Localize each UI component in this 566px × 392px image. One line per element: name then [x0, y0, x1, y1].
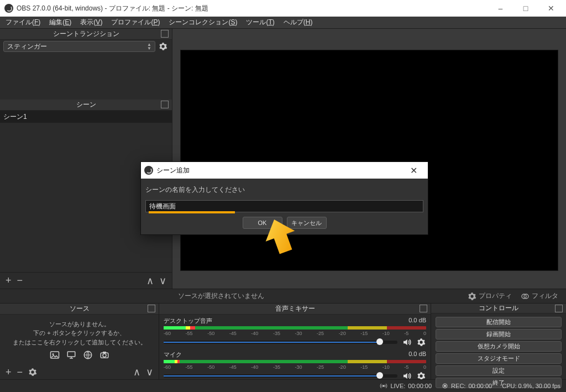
start-streaming-button[interactable]: 配信開始: [436, 317, 562, 327]
mixer-volume-slider[interactable]: [164, 374, 397, 378]
status-cpu: CPU: 0.9%, 30.00 fps: [502, 383, 560, 389]
studio-mode-button[interactable]: スタジオモード: [436, 353, 562, 364]
no-source-selected-label: ソースが選択されていません: [172, 291, 463, 301]
source-remove-button[interactable]: −: [17, 367, 23, 378]
sources-hint-icons: [49, 350, 111, 360]
mixer-channel: デスクトップ音声 0.0 dB -60-55-50-45-40-35-30-25…: [164, 317, 426, 347]
preview-area[interactable]: [172, 29, 566, 289]
menu-help[interactable]: ヘルプ(H): [279, 17, 317, 28]
dialog-body: シーンの名前を入力してください OK キャンセル: [141, 179, 428, 234]
scene-row-label: シーン1: [3, 112, 27, 122]
properties-label: プロパティ: [479, 291, 512, 301]
svg-point-9: [383, 385, 385, 387]
live-time: 00:00:00: [408, 383, 432, 389]
source-properties-button[interactable]: プロパティ: [463, 289, 516, 303]
gear-icon: [417, 372, 426, 379]
scenes-panel-header: シーン: [0, 100, 172, 111]
rec-time: 00:00:00: [468, 383, 492, 389]
sources-empty[interactable]: ソースがありません。 下の + ボタンをクリックするか、 またはここを右クリック…: [0, 315, 159, 365]
titlebar: OBS 27.0.0 (64-bit, windows) - プロファイル: 無…: [0, 0, 566, 17]
scenes-toolbar: + − ∧ ∨: [0, 272, 172, 289]
menu-tools[interactable]: ツール(T): [242, 17, 279, 28]
mixer-panel: 音声ミキサー デスクトップ音声 0.0 dB -60-55-50-45-40-3…: [159, 304, 431, 379]
status-live: LIVE: 00:00:00: [380, 382, 432, 390]
cancel-button[interactable]: キャンセル: [287, 217, 327, 229]
sources-panel: ソース ソースがありません。 下の + ボタンをクリックするか、 またはここを右…: [0, 304, 159, 379]
sources-empty-line1: ソースがありません。: [49, 320, 110, 329]
sources-bar: ソースが選択されていません プロパティ フィルタ: [0, 289, 566, 303]
source-settings-button[interactable]: [28, 368, 37, 377]
start-recording-button[interactable]: 録画開始: [436, 329, 562, 339]
scene-remove-button[interactable]: −: [17, 275, 23, 286]
sources-panel-header: ソース: [0, 304, 159, 315]
speaker-icon: [402, 337, 412, 347]
scene-move-down-button[interactable]: ∨: [159, 275, 166, 287]
svg-point-7: [103, 354, 106, 357]
mute-button[interactable]: [402, 371, 412, 379]
chevrons-updown-icon: ▲▼: [147, 43, 151, 50]
source-add-button[interactable]: +: [6, 367, 12, 378]
main-area: シーントランジション スティンガー ▲▼ シーン シーン1: [0, 29, 566, 289]
scene-add-button[interactable]: +: [6, 275, 12, 286]
scene-name-input-wrap: [145, 200, 423, 212]
menu-profile[interactable]: プロファイル(P): [107, 17, 164, 28]
ime-underline: [149, 211, 235, 213]
window-close[interactable]: ✕: [538, 0, 564, 17]
dialog-close-button[interactable]: ✕: [402, 165, 424, 176]
controls-body: 配信開始 録画開始 仮想カメラ開始 スタジオモード 設定 終了: [431, 313, 566, 391]
transition-spacer: [0, 53, 172, 100]
dialog-prompt: シーンの名前を入力してください: [145, 185, 423, 195]
globe-icon: [82, 350, 94, 360]
controls-panel: コントロール 配信開始 録画開始 仮想カメラ開始 スタジオモード 設定 終了: [431, 304, 566, 379]
source-move-up-button[interactable]: ∧: [133, 366, 140, 378]
channel-settings-button[interactable]: [416, 371, 426, 379]
settings-button[interactable]: 設定: [436, 365, 562, 376]
meter-ticks: -60-55-50-45-40-35-30-25-20-15-10-50: [164, 331, 426, 336]
transition-select[interactable]: スティンガー ▲▼: [3, 41, 155, 52]
scene-move-up-button[interactable]: ∧: [146, 275, 154, 287]
mixer-volume-slider[interactable]: [164, 341, 397, 344]
window-maximize[interactable]: □: [513, 0, 538, 17]
menu-file[interactable]: ファイル(F): [1, 17, 45, 28]
svg-rect-8: [103, 352, 106, 353]
menubar: ファイル(F) 編集(E) 表示(V) プロファイル(P) シーンコレクション(…: [0, 17, 566, 29]
filter-icon: [521, 292, 530, 301]
scenes-title: シーン: [76, 100, 96, 109]
menu-scene-collection[interactable]: シーンコレクション(S): [164, 17, 242, 28]
camera-icon: [98, 350, 111, 360]
transitions-panel-header: シーントランジション: [0, 29, 172, 40]
svg-rect-4: [67, 352, 75, 357]
scene-row[interactable]: シーン1: [0, 111, 172, 123]
sources-empty-line2: 下の + ボタンをクリックするか、: [33, 328, 125, 338]
dialog-button-row: OK キャンセル: [145, 217, 423, 229]
mixer-channel: マイク 0.0 dB -60-55-50-45-40-35-30-25-20-1…: [164, 351, 426, 379]
transitions-body: スティンガー ▲▼: [0, 40, 172, 53]
popout-icon[interactable]: [161, 30, 169, 38]
menu-edit[interactable]: 編集(E): [45, 17, 76, 28]
popout-icon[interactable]: [148, 305, 155, 312]
filters-label: フィルタ: [532, 291, 558, 301]
channel-settings-button[interactable]: [416, 337, 426, 347]
mixer-title: 音声ミキサー: [275, 304, 315, 313]
mute-button[interactable]: [402, 337, 412, 347]
window-minimize[interactable]: ‒: [488, 0, 513, 17]
preview-canvas[interactable]: [180, 50, 558, 271]
source-move-down-button[interactable]: ∨: [146, 366, 153, 378]
mixer-channel-db: 0.0 dB: [408, 351, 426, 359]
popout-icon[interactable]: [555, 305, 563, 312]
svg-point-3: [52, 353, 54, 355]
svg-point-11: [444, 385, 446, 387]
popout-icon[interactable]: [420, 305, 427, 312]
ok-button[interactable]: OK: [243, 217, 282, 229]
mixer-panel-header: 音声ミキサー: [159, 304, 431, 315]
menu-view[interactable]: 表示(V): [76, 17, 107, 28]
add-scene-dialog: シーン追加 ✕ シーンの名前を入力してください OK キャンセル: [140, 161, 428, 235]
live-label: LIVE:: [390, 383, 405, 389]
start-virtual-camera-button[interactable]: 仮想カメラ開始: [436, 341, 562, 352]
dialog-title: シーン追加: [156, 166, 190, 175]
scene-name-input[interactable]: [145, 200, 423, 212]
source-filters-button[interactable]: フィルタ: [516, 289, 566, 303]
popout-icon[interactable]: [161, 101, 169, 108]
mixer-meter: [164, 360, 426, 363]
transition-settings-button[interactable]: [158, 41, 169, 52]
